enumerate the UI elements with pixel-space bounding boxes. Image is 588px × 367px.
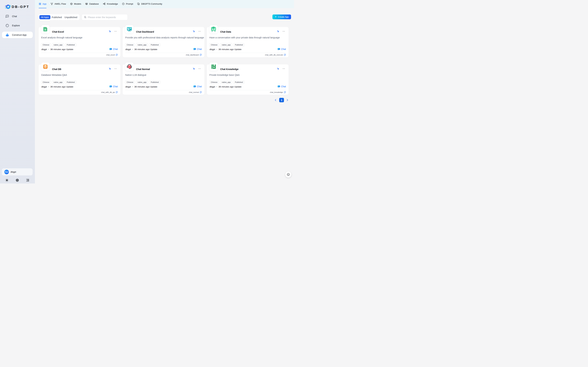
svg-text:SQL: SQL: [86, 3, 87, 4]
svg-text:X: X: [44, 28, 46, 31]
